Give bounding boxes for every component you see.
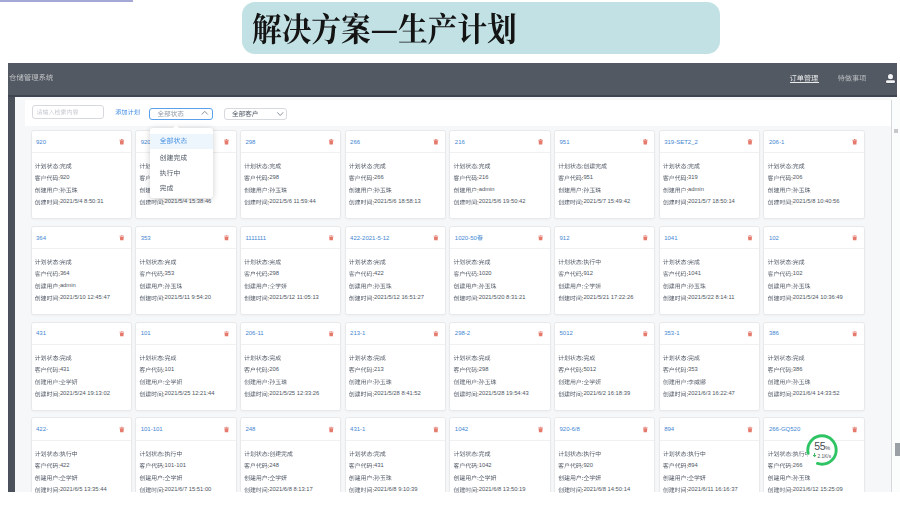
svg-text:2.1K/s: 2.1K/s: [818, 454, 832, 459]
